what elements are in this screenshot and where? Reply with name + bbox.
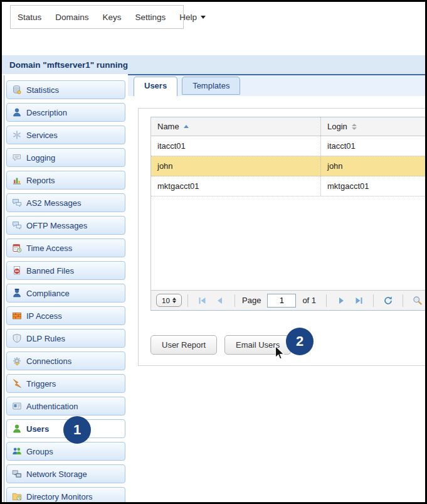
sidebar-item-as2-messages[interactable]: AS2 Messages [6,193,125,212]
column-header-login[interactable]: Login [320,117,427,136]
speech-bubble-icon [12,153,22,163]
column-label: Name [157,122,179,131]
first-page-icon[interactable] [196,296,209,306]
top-menubar: StatusDomainsKeysSettingsHelp [10,5,184,29]
domain-status-text: Domain "mftserver1" running [9,60,128,70]
sidebar-item-authentication[interactable]: Authentication [6,397,125,416]
banned-file-icon [12,265,22,276]
table-cell: john [151,156,320,176]
sidebar-item-label: Services [26,131,58,140]
officer-icon [12,288,22,298]
annotation-badge-2: 2 [286,328,314,355]
last-page-icon[interactable] [352,296,366,306]
page-label: Page [242,296,261,305]
tab-users[interactable]: Users [134,77,177,96]
chat-bubbles-icon [12,198,22,208]
action-buttons: User ReportEmail Users [150,335,291,355]
statistics-icon [12,85,22,95]
search-icon[interactable] [411,296,424,306]
sidebar-item-reports[interactable]: Reports [6,171,125,190]
table-row-john[interactable]: johnjohn [151,156,427,176]
tab-strip: UsersTemplates [128,75,425,96]
menu-item-label: Domains [55,13,88,22]
column-label: Login [327,122,347,131]
annotation-badge-1: 1 [63,416,91,444]
sidebar-item-label: AS2 Messages [26,198,81,208]
sidebar-item-statistics[interactable]: Statistics [6,80,125,99]
sidebar-item-ip-access[interactable]: IP Access [6,306,125,325]
folder-clock-icon [12,491,22,501]
shield-icon [12,333,22,343]
users-table: NameLogin itacct01itacct01johnjohnmktgac… [150,117,427,311]
sidebar-item-label: Time Access [26,244,72,253]
table-cell: mktgacct01 [151,176,320,196]
stepper-icon [172,298,176,304]
sidebar-item-description[interactable]: Description [6,103,125,122]
sidebar-item-logging[interactable]: Logging [6,148,125,167]
menu-item-domains[interactable]: Domains [48,13,95,22]
previous-page-icon[interactable] [213,296,227,306]
sidebar-item-groups[interactable]: Groups [6,442,125,461]
lightning-icon [12,378,22,389]
sidebar-item-oftp-messages[interactable]: OFTP Messages [6,216,125,235]
firewall-icon [12,311,22,321]
sidebar-item-compliance[interactable]: Compliance [6,284,125,303]
table-cell: itacct01 [151,136,320,156]
sidebar-item-label: Network Storage [26,469,87,479]
sidebar-item-label: Reports [26,176,55,185]
id-card-icon [12,401,22,411]
tabs: UsersTemplates [134,77,245,96]
sidebar-item-directory-monitors[interactable]: Directory Monitors [6,487,125,504]
refresh-icon[interactable] [381,296,395,306]
sidebar-item-network-storage[interactable]: Network Storage [6,464,125,483]
user-report-button[interactable]: User Report [150,335,217,355]
sidebar-item-label: Connections [26,357,71,366]
table-row-mktgacct01[interactable]: mktgacct01mktgacct01 [151,176,427,196]
table-row-itacct01[interactable]: itacct01itacct01 [151,136,427,156]
tab-templates[interactable]: Templates [182,77,240,95]
page-size-value: 10 [162,297,170,304]
page-size-select[interactable]: 10 [156,294,182,307]
sidebar-item-label: Directory Monitors [26,492,92,501]
menu-item-settings[interactable]: Settings [129,13,173,22]
sidebar-item-label: OFTP Messages [26,221,87,230]
page-of-label: of 1 [302,296,316,305]
page-number-input[interactable] [267,294,296,308]
table-header: NameLogin [150,117,427,136]
chevron-down-icon [201,16,206,19]
sidebar-item-label: Groups [26,447,53,456]
sidebar-item-label: Users [26,424,49,434]
user-blue-icon [12,107,22,117]
domain-status-bar: Domain "mftserver1" running [2,55,425,74]
gear-icon [12,356,22,366]
menu-item-keys[interactable]: Keys [96,13,129,22]
sidebar-item-time-access[interactable]: Time Access [6,239,125,257]
sidebar-item-label: Authentication [26,402,78,411]
sidebar-item-label: Logging [26,153,55,163]
sidebar-item-label: Triggers [26,379,56,389]
menu-item-status[interactable]: Status [11,13,48,22]
sidebar-item-banned-files[interactable]: Banned Files [6,261,125,280]
bar-chart-icon [12,175,22,185]
main-content: UsersTemplates NameLogin itacct01itacct0… [128,74,425,502]
next-page-icon[interactable] [334,296,348,306]
table-cell: john [320,156,427,176]
app-window: StatusDomainsKeysSettingsHelp Domain "mf… [0,0,427,504]
sidebar-item-services[interactable]: Services [6,126,125,144]
chat-bubbles-icon [12,220,22,230]
sidebar-item-label: IP Access [26,311,62,321]
column-header-name[interactable]: Name [151,117,320,136]
menu-item-help[interactable]: Help [172,13,213,22]
sidebar-item-triggers[interactable]: Triggers [6,374,125,393]
sidebar-item-label: Compliance [26,289,70,298]
menu-item-label: Keys [103,13,122,22]
menu-item-label: Help [179,13,197,22]
services-icon [12,130,22,140]
menu-item-label: Status [18,13,41,22]
sidebar-item-dlp-rules[interactable]: DLP Rules [6,329,125,348]
sort-both-icon [352,124,357,130]
sidebar-item-label: DLP Rules [26,334,65,343]
users-panel: NameLogin itacct01itacct01johnjohnmktgac… [138,108,427,366]
sort-ascending-icon [184,125,189,128]
sidebar-item-connections[interactable]: Connections [6,351,125,370]
